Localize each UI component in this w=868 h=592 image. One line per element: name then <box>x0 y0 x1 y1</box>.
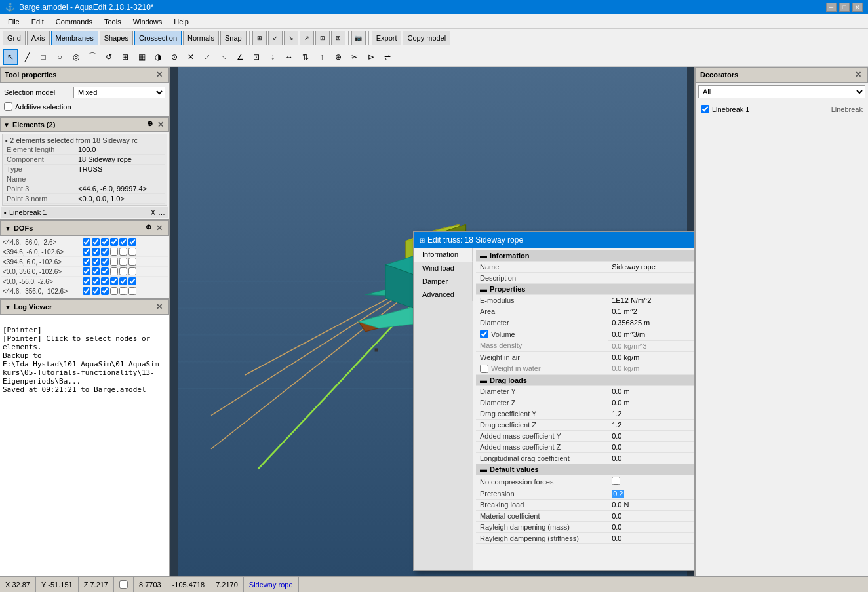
view-btn-2[interactable]: ↙ <box>268 31 283 45</box>
tool-btn-15[interactable]: ∠ <box>232 49 248 65</box>
menu-file[interactable]: File <box>3 16 25 27</box>
dof-check-1-4[interactable] <box>110 238 118 246</box>
viewport[interactable]: ⊞ Edit truss: 18 Sideway rope ✕ Informat… <box>170 67 694 576</box>
dof-check-1-1[interactable] <box>83 238 90 246</box>
normals-button[interactable]: Normals <box>183 31 219 45</box>
tool-btn-23[interactable]: ⊳ <box>363 49 379 65</box>
copy-model-button[interactable]: Copy model <box>403 31 450 45</box>
dof-check-5-4[interactable] <box>110 277 118 285</box>
section-toggle-default[interactable]: ▬ <box>480 465 488 473</box>
snap-button[interactable]: Snap <box>220 31 247 45</box>
tool-btn-21[interactable]: ⊕ <box>330 49 346 65</box>
select-tool-button[interactable]: ↖ <box>3 49 18 65</box>
dof-check-2-6[interactable] <box>128 248 136 256</box>
dof-check-3-1[interactable] <box>83 258 90 266</box>
tool-btn-2[interactable]: ╱ <box>19 49 35 65</box>
dof-check-3-4[interactable] <box>110 258 118 266</box>
dof-check-2-2[interactable] <box>92 248 100 256</box>
dof-check-1-6[interactable] <box>128 238 136 246</box>
dof-check-4-5[interactable] <box>119 267 127 275</box>
shapes-button[interactable]: Shapes <box>100 31 133 45</box>
tool-btn-3[interactable]: □ <box>35 49 51 65</box>
dof-check-4-1[interactable] <box>83 267 90 275</box>
menu-edit[interactable]: Edit <box>26 16 49 27</box>
log-close[interactable]: ✕ <box>154 302 165 312</box>
dof-check-2-5[interactable] <box>119 248 127 256</box>
tool-btn-22[interactable]: ✂ <box>347 49 363 65</box>
tool-btn-8[interactable]: ⊞ <box>117 49 133 65</box>
tool-btn-4[interactable]: ○ <box>52 49 68 65</box>
tool-btn-16[interactable]: ⊡ <box>248 49 264 65</box>
dof-check-4-2[interactable] <box>92 267 100 275</box>
dof-check-4-4[interactable] <box>110 267 118 275</box>
decorators-filter-select[interactable]: All <box>698 85 865 98</box>
dof-check-1-3[interactable] <box>101 238 109 246</box>
dof-check-4-3[interactable] <box>101 267 109 275</box>
tool-btn-11[interactable]: ⊙ <box>167 49 182 65</box>
export-button[interactable]: Export <box>372 31 402 45</box>
menu-tools[interactable]: Tools <box>99 16 127 27</box>
close-button[interactable]: ✕ <box>852 3 863 12</box>
tool-properties-close[interactable]: ✕ <box>154 69 165 80</box>
dof-check-5-1[interactable] <box>83 277 90 285</box>
section-toggle-info[interactable]: ▬ <box>480 252 488 260</box>
selection-model-select[interactable]: Mixed <box>73 87 165 98</box>
dialog-title-bar[interactable]: ⊞ Edit truss: 18 Sideway rope ✕ <box>414 232 694 248</box>
dof-check-6-1[interactable] <box>83 287 90 295</box>
elements-expand-icon[interactable]: ⊕ <box>147 119 153 130</box>
camera-btn[interactable]: 📷 <box>351 31 366 45</box>
axis-button[interactable]: Axis <box>27 31 50 45</box>
maximize-button[interactable]: □ <box>839 3 850 12</box>
dof-check-5-2[interactable] <box>92 277 100 285</box>
view-btn-6[interactable]: ⊠ <box>331 31 345 45</box>
dof-check-5-5[interactable] <box>119 277 127 285</box>
tab-wind-load[interactable]: Wind load <box>414 262 473 275</box>
dof-check-2-4[interactable] <box>110 248 118 256</box>
decorators-close[interactable]: ✕ <box>853 69 863 80</box>
dof-check-6-6[interactable] <box>128 287 136 295</box>
minimize-button[interactable]: ─ <box>826 3 837 12</box>
linebreak-more-btn[interactable]: … <box>158 208 165 216</box>
log-collapse-btn[interactable]: ▼ <box>5 304 11 311</box>
menu-commands[interactable]: Commands <box>50 16 98 27</box>
crossection-button[interactable]: Crossection <box>134 31 182 45</box>
view-btn-4[interactable]: ↗ <box>300 31 314 45</box>
linebreak-x-btn[interactable]: X <box>151 208 155 216</box>
dof-check-3-6[interactable] <box>128 258 136 266</box>
tool-btn-12[interactable]: ✕ <box>183 49 199 65</box>
dof-check-4-6[interactable] <box>128 267 136 275</box>
dof-check-1-2[interactable] <box>92 238 100 246</box>
menu-windows[interactable]: Windows <box>128 16 168 27</box>
section-toggle-props[interactable]: ▬ <box>480 285 488 293</box>
tool-btn-17[interactable]: ↕ <box>265 49 281 65</box>
elements-collapse-btn[interactable]: ▼ <box>3 121 10 128</box>
tool-btn-19[interactable]: ⇅ <box>298 49 313 65</box>
tool-btn-7[interactable]: ↺ <box>101 49 117 65</box>
elements-close[interactable]: ✕ <box>155 119 166 130</box>
tool-btn-18[interactable]: ↔ <box>281 49 297 65</box>
tool-btn-10[interactable]: ◑ <box>150 49 166 65</box>
status-checkbox[interactable] <box>119 580 128 589</box>
dof-check-2-1[interactable] <box>83 248 90 256</box>
dof-check-3-3[interactable] <box>101 258 109 266</box>
dof-check-6-3[interactable] <box>101 287 109 295</box>
dofs-expand-icon[interactable]: ⊕ <box>146 223 151 233</box>
tool-btn-20[interactable]: ↑ <box>314 49 330 65</box>
grid-button[interactable]: Grid <box>3 31 26 45</box>
no-compression-checkbox[interactable] <box>612 477 620 485</box>
additive-selection-checkbox[interactable] <box>4 102 12 111</box>
dof-check-2-3[interactable] <box>101 248 109 256</box>
tool-btn-9[interactable]: ▦ <box>134 49 149 65</box>
dof-check-6-2[interactable] <box>92 287 100 295</box>
tool-btn-13[interactable]: ⟋ <box>199 49 215 65</box>
ok-button[interactable]: OK <box>694 551 694 566</box>
membranes-button[interactable]: Membranes <box>51 31 98 45</box>
dof-check-3-2[interactable] <box>92 258 100 266</box>
dof-check-6-5[interactable] <box>119 287 127 295</box>
view-btn-3[interactable]: ↘ <box>284 31 298 45</box>
tab-damper[interactable]: Damper <box>414 275 473 288</box>
dofs-close[interactable]: ✕ <box>154 223 165 233</box>
dof-check-1-5[interactable] <box>119 238 127 246</box>
tool-btn-24[interactable]: ⇌ <box>380 49 395 65</box>
decorator-linebreak1-checkbox[interactable] <box>701 105 709 113</box>
